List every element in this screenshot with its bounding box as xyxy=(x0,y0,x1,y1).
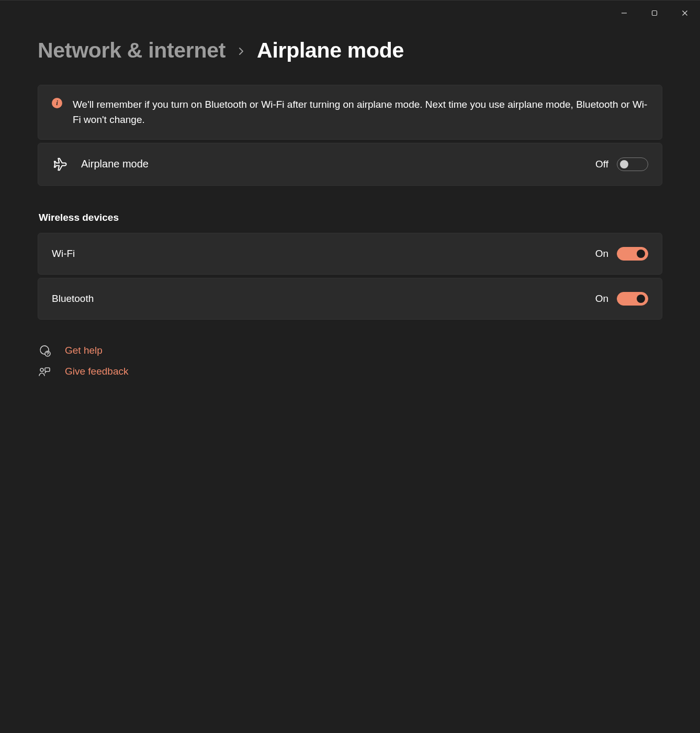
bluetooth-toggle[interactable] xyxy=(617,292,648,306)
give-feedback-link[interactable]: Give feedback xyxy=(38,365,662,378)
chevron-right-icon xyxy=(237,44,245,59)
info-banner: i We'll remember if you turn on Bluetoot… xyxy=(38,85,662,140)
breadcrumb: Network & internet Airplane mode xyxy=(38,38,662,63)
wifi-row: Wi-Fi On xyxy=(38,233,662,275)
minimize-icon xyxy=(621,10,627,16)
wifi-toggle-group: On xyxy=(595,247,648,261)
svg-rect-7 xyxy=(45,368,50,371)
wifi-state: On xyxy=(595,248,608,260)
toggle-knob xyxy=(637,250,645,258)
airplane-mode-toggle-group: Off xyxy=(595,157,648,171)
airplane-mode-state: Off xyxy=(595,159,608,170)
minimize-button[interactable] xyxy=(609,3,639,23)
bluetooth-label: Bluetooth xyxy=(52,293,583,305)
breadcrumb-parent[interactable]: Network & internet xyxy=(38,38,225,63)
close-button[interactable] xyxy=(670,3,700,23)
info-icon: i xyxy=(52,98,62,108)
wifi-label: Wi-Fi xyxy=(52,248,583,260)
svg-point-5 xyxy=(47,355,48,355)
page-content: Network & internet Airplane mode i We'll… xyxy=(0,1,700,378)
get-help-link[interactable]: Get help xyxy=(38,344,662,357)
airplane-mode-label: Airplane mode xyxy=(81,158,583,170)
toggle-knob xyxy=(620,160,628,168)
info-text: We'll remember if you turn on Bluetooth … xyxy=(73,97,648,128)
bluetooth-state: On xyxy=(595,293,608,305)
svg-rect-1 xyxy=(652,11,657,16)
bluetooth-toggle-group: On xyxy=(595,292,648,306)
airplane-mode-toggle[interactable] xyxy=(617,157,648,171)
settings-window: Network & internet Airplane mode i We'll… xyxy=(0,0,700,733)
give-feedback-label: Give feedback xyxy=(65,366,128,377)
airplane-icon xyxy=(52,156,69,173)
bluetooth-row: Bluetooth On xyxy=(38,278,662,320)
get-help-label: Get help xyxy=(65,345,103,356)
close-icon xyxy=(682,10,688,16)
airplane-mode-row: Airplane mode Off xyxy=(38,143,662,186)
wifi-toggle[interactable] xyxy=(617,247,648,261)
toggle-knob xyxy=(637,295,645,303)
maximize-icon xyxy=(651,10,658,16)
maximize-button[interactable] xyxy=(639,3,670,23)
window-titlebar xyxy=(609,1,700,26)
svg-point-6 xyxy=(40,368,43,371)
feedback-icon xyxy=(38,365,51,378)
page-title: Airplane mode xyxy=(257,38,404,63)
footer-links: Get help Give feedback xyxy=(38,344,662,378)
wireless-section-title: Wireless devices xyxy=(39,212,662,223)
help-icon xyxy=(38,344,51,357)
